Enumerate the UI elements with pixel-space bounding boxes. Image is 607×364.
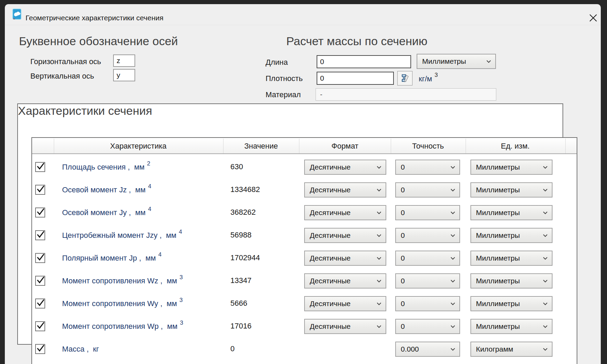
precision-dropdown[interactable]: 0	[395, 273, 460, 289]
precision-dropdown-value: 0	[401, 277, 450, 285]
row-checkbox[interactable]	[35, 299, 45, 309]
checkmark-icon	[36, 298, 45, 307]
mass-section-title: Расчет массы по сечению	[286, 34, 427, 48]
format-dropdown-value: Десятичные	[310, 322, 377, 331]
row-value: 5666	[230, 299, 247, 308]
checkmark-icon	[36, 230, 45, 239]
chevron-down-icon	[377, 280, 381, 283]
row-value: 0	[230, 344, 235, 353]
length-label: Длина	[266, 58, 288, 67]
unit-dropdown[interactable]: Миллиметры	[470, 296, 553, 311]
format-dropdown-value: Десятичные	[310, 186, 377, 194]
precision-dropdown[interactable]: 0	[395, 319, 460, 334]
column-header-characteristic: Характеристика	[110, 142, 167, 151]
format-dropdown[interactable]: Десятичные	[304, 182, 386, 198]
precision-dropdown[interactable]: 0	[395, 182, 460, 198]
unit-dropdown-value: Миллиметры	[476, 300, 543, 308]
row-checkbox[interactable]	[35, 253, 45, 263]
chevron-down-icon	[543, 189, 548, 192]
row-checkbox[interactable]	[35, 276, 45, 286]
chevron-down-icon	[543, 211, 548, 214]
header-divider	[223, 139, 223, 153]
table-header: Характеристика Значение Формат Точность …	[32, 138, 577, 154]
row-checkbox[interactable]	[35, 162, 45, 172]
format-dropdown[interactable]: Десятичные	[304, 160, 386, 175]
checkmark-icon	[36, 162, 45, 171]
unit-dropdown[interactable]: Миллиметры	[470, 160, 553, 175]
unit-dropdown[interactable]: Миллиметры	[470, 319, 553, 334]
close-button[interactable]	[587, 12, 599, 24]
row-checkbox[interactable]	[35, 185, 45, 195]
chevron-down-icon	[377, 257, 381, 260]
titlebar[interactable]: Геометрические характеристики сечения	[5, 4, 601, 25]
chevron-down-icon	[450, 166, 455, 169]
row-value: 13347	[230, 276, 251, 285]
precision-dropdown[interactable]: 0	[395, 296, 460, 311]
row-label: Осевой момент Jz , мм4	[62, 185, 151, 194]
format-dropdown[interactable]: Десятичные	[304, 205, 386, 220]
row-label: Момент сопротивления Wz , мм3	[62, 276, 183, 285]
row-label-superscript: 3	[180, 320, 183, 326]
unit-dropdown-value: Миллиметры	[476, 322, 543, 331]
chevron-down-icon	[543, 280, 548, 283]
format-dropdown-value: Десятичные	[310, 163, 377, 171]
chevron-down-icon	[450, 325, 455, 328]
row-label-superscript: 4	[158, 251, 161, 258]
precision-dropdown-value: 0	[401, 163, 450, 171]
row-checkbox[interactable]	[35, 321, 45, 331]
precision-dropdown[interactable]: 0	[395, 160, 460, 175]
row-checkbox[interactable]	[35, 344, 45, 354]
row-label: Полярный момент Jp , мм4	[62, 254, 161, 263]
density-unit-superscript: 3	[435, 72, 438, 78]
table-row: Момент сопротивления Wy , мм35666Десятич…	[32, 296, 577, 311]
table-row: Площадь сечения , мм2630Десятичные0Милли…	[32, 160, 577, 175]
table-row: Осевой момент Jy , мм4368262Десятичные0М…	[32, 205, 577, 220]
precision-dropdown[interactable]: 0	[395, 251, 460, 266]
unit-dropdown[interactable]: Миллиметры	[470, 251, 553, 266]
chevron-down-icon	[377, 325, 381, 328]
precision-dropdown-value: 0	[401, 300, 450, 308]
format-dropdown[interactable]: Десятичные	[304, 296, 386, 311]
vertical-axis-input[interactable]	[113, 69, 135, 81]
characteristics-table: Характеристика Значение Формат Точность …	[31, 137, 577, 364]
precision-dropdown[interactable]: 0	[395, 205, 460, 220]
material-picker-button[interactable]	[397, 71, 412, 85]
chevron-down-icon	[450, 211, 455, 214]
row-label-superscript: 2	[147, 160, 150, 167]
length-unit-dropdown[interactable]: Миллиметры	[417, 54, 496, 69]
row-label-superscript: 3	[179, 274, 182, 281]
precision-dropdown-value: 0	[401, 322, 450, 331]
row-checkbox[interactable]	[35, 230, 45, 240]
precision-dropdown-value: 0.000	[401, 345, 450, 353]
chevron-down-icon	[486, 60, 491, 63]
profile-section-icon	[400, 73, 410, 83]
window-title: Геометрические характеристики сечения	[26, 14, 163, 22]
unit-dropdown[interactable]: Килограмм	[470, 342, 553, 357]
unit-dropdown[interactable]: Миллиметры	[470, 228, 553, 243]
table-row: Момент сопротивления Wp , мм317016Десяти…	[32, 319, 577, 334]
unit-dropdown[interactable]: Миллиметры	[470, 205, 553, 220]
chevron-down-icon	[543, 166, 548, 169]
row-label: Площадь сечения , мм2	[62, 163, 150, 172]
screen: { "window": { "title": "Геометрические х…	[0, 0, 607, 364]
chevron-down-icon	[377, 234, 381, 237]
chevron-down-icon	[450, 348, 455, 351]
format-dropdown[interactable]: Десятичные	[304, 273, 386, 289]
row-checkbox[interactable]	[35, 208, 45, 218]
checkmark-icon	[36, 207, 45, 216]
density-input[interactable]	[317, 72, 394, 85]
density-label: Плотность	[266, 74, 303, 83]
unit-dropdown[interactable]: Миллиметры	[470, 273, 553, 289]
chevron-down-icon	[450, 189, 455, 192]
precision-dropdown-value: 0	[401, 209, 450, 217]
format-dropdown[interactable]: Десятичные	[304, 319, 386, 334]
precision-dropdown[interactable]: 0.000	[395, 342, 460, 357]
precision-dropdown[interactable]: 0	[395, 228, 460, 243]
format-dropdown[interactable]: Десятичные	[304, 251, 386, 266]
unit-dropdown[interactable]: Миллиметры	[470, 182, 553, 198]
length-input[interactable]	[317, 55, 411, 68]
format-dropdown-value: Десятичные	[310, 300, 377, 308]
format-dropdown-value: Десятичные	[310, 231, 377, 240]
horizontal-axis-input[interactable]	[113, 54, 135, 67]
format-dropdown[interactable]: Десятичные	[304, 228, 386, 243]
